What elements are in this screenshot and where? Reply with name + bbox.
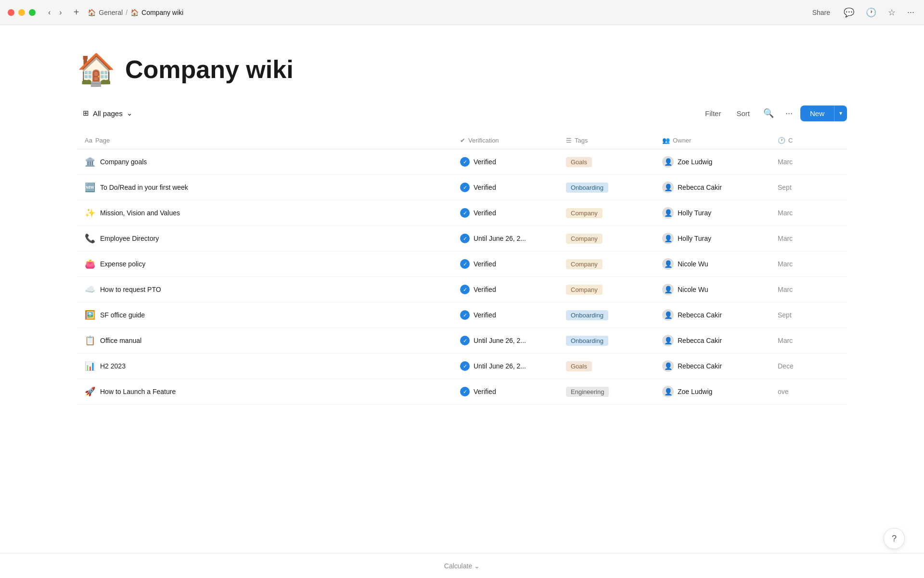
breadcrumb: 🏠 General / 🏠 Company wiki	[88, 9, 183, 16]
page-row-name: Expense policy	[100, 260, 145, 268]
check-icon: ✓	[460, 234, 470, 243]
table-row[interactable]: 🖼️ SF office guide ✓ Verified Onboarding…	[77, 302, 847, 328]
avatar: 👤	[662, 284, 674, 295]
share-button[interactable]: Share	[808, 7, 834, 18]
check-icon: ✓	[460, 336, 470, 345]
tag-badge: Onboarding	[566, 183, 608, 193]
owner-cell: 👤 Zoe Ludwig	[654, 379, 770, 404]
tags-cell: Company	[558, 226, 654, 251]
table: Aa Page ✔ Verification ☰ Tags 👥 Owner 🕐 …	[77, 132, 847, 405]
more-options-button[interactable]: ···	[905, 5, 916, 19]
avatar: 👤	[662, 386, 674, 397]
toolbar: ⊞ All pages ⌄ Filter Sort 🔍 ··· New ▾	[77, 104, 847, 122]
tags-cell: Onboarding	[558, 175, 654, 200]
sort-button[interactable]: Sort	[731, 105, 756, 121]
toolbar-right: Filter Sort 🔍 ··· New ▾	[699, 104, 847, 122]
filter-button[interactable]: Filter	[699, 105, 727, 121]
page-name-cell: 👛 Expense policy	[77, 251, 452, 276]
check-icon: ✓	[460, 361, 470, 371]
check-icon: ✓	[460, 183, 470, 192]
maximize-button[interactable]	[29, 9, 36, 16]
breadcrumb-icon: 🏠	[130, 9, 139, 16]
verification-cell: ✓ Verified	[452, 200, 558, 225]
page-row-name: To Do/Read in your first week	[100, 184, 188, 191]
owner-name: Nicole Wu	[678, 286, 708, 293]
page-name-cell: 📋 Office manual	[77, 328, 452, 353]
check-icon: ✓	[460, 387, 470, 396]
verification-cell: ✓ Verified	[452, 149, 558, 174]
tag-badge: Company	[566, 208, 603, 218]
new-button[interactable]: New	[800, 105, 834, 121]
table-row[interactable]: 📞 Employee Directory ✓ Until June 26, 2.…	[77, 226, 847, 251]
more-options-icon-button[interactable]: ···	[782, 105, 796, 122]
forward-button[interactable]: ›	[56, 6, 64, 19]
new-button-dropdown[interactable]: ▾	[834, 105, 847, 121]
date-cell: Marc	[770, 277, 847, 302]
verification-text: Until June 26, 2...	[474, 362, 526, 370]
add-tab-button[interactable]: +	[71, 5, 82, 20]
owner-cell: 👤 Nicole Wu	[654, 277, 770, 302]
avatar: 👤	[662, 360, 674, 372]
check-icon: ✓	[460, 208, 470, 218]
header-tags: ☰ Tags	[558, 132, 654, 149]
grid-icon: ⊞	[83, 109, 89, 118]
tag-badge: Company	[566, 234, 603, 244]
owner-name: Rebecca Cakir	[678, 311, 722, 319]
owner-name: Holly Turay	[678, 209, 711, 217]
owner-cell: 👤 Rebecca Cakir	[654, 302, 770, 328]
verification-text: Verified	[474, 388, 496, 395]
table-row[interactable]: 📊 H2 2023 ✓ Until June 26, 2... Goals 👤 …	[77, 354, 847, 379]
verification-text: Until June 26, 2...	[474, 337, 526, 344]
search-icon-button[interactable]: 🔍	[759, 104, 778, 122]
minimize-button[interactable]	[18, 9, 25, 16]
page-row-name: Office manual	[100, 337, 141, 344]
main-content: 🏠 Company wiki ⊞ All pages ⌄ Filter Sort…	[0, 25, 924, 405]
back-button[interactable]: ‹	[45, 6, 53, 19]
page-row-name: How to Launch a Feature	[100, 388, 176, 395]
owner-cell: 👤 Holly Turay	[654, 200, 770, 225]
table-row[interactable]: ☁️ How to request PTO ✓ Verified Company…	[77, 277, 847, 302]
header-owner: 👥 Owner	[654, 132, 770, 149]
help-button[interactable]: ?	[884, 528, 905, 549]
table-body: 🏛️ Company goals ✓ Verified Goals 👤 Zoe …	[77, 149, 847, 405]
favorite-icon[interactable]: ☆	[886, 5, 898, 20]
page-row-icon: 👛	[85, 259, 95, 269]
table-row[interactable]: 👛 Expense policy ✓ Verified Company 👤 Ni…	[77, 251, 847, 277]
verification-text: Until June 26, 2...	[474, 235, 526, 242]
all-pages-button[interactable]: ⊞ All pages ⌄	[77, 105, 139, 121]
table-row[interactable]: 📋 Office manual ✓ Until June 26, 2... On…	[77, 328, 847, 354]
breadcrumb-parent[interactable]: General	[99, 9, 123, 16]
page-row-icon: 🖼️	[85, 310, 95, 320]
traffic-lights	[8, 9, 36, 16]
page-name-cell: 📊 H2 2023	[77, 354, 452, 379]
history-icon[interactable]: 🕐	[864, 5, 878, 20]
table-row[interactable]: 🆕 To Do/Read in your first week ✓ Verifi…	[77, 175, 847, 200]
page-row-icon: 🆕	[85, 182, 95, 193]
page-row-icon: ✨	[85, 208, 95, 218]
check-icon: ✓	[460, 310, 470, 320]
owner-cell: 👤 Rebecca Cakir	[654, 175, 770, 200]
table-row[interactable]: 🏛️ Company goals ✓ Verified Goals 👤 Zoe …	[77, 149, 847, 175]
table-row[interactable]: ✨ Mission, Vision and Values ✓ Verified …	[77, 200, 847, 226]
owner-name: Holly Turay	[678, 235, 711, 242]
verification-cell: ✓ Until June 26, 2...	[452, 328, 558, 353]
avatar: 👤	[662, 258, 674, 270]
tag-badge: Goals	[566, 361, 592, 371]
page-name-cell: ✨ Mission, Vision and Values	[77, 200, 452, 225]
avatar: 👤	[662, 207, 674, 219]
page-row-icon: 📊	[85, 361, 95, 371]
comments-icon[interactable]: 💬	[842, 5, 856, 20]
table-row[interactable]: 🚀 How to Launch a Feature ✓ Verified Eng…	[77, 379, 847, 405]
tags-cell: Onboarding	[558, 302, 654, 328]
tag-badge: Company	[566, 259, 603, 269]
verification-cell: ✓ Verified	[452, 251, 558, 276]
verification-cell: ✓ Verified	[452, 302, 558, 328]
page-name-cell: 🏛️ Company goals	[77, 149, 452, 174]
header-verification: ✔ Verification	[452, 132, 558, 149]
page-name-cell: 📞 Employee Directory	[77, 226, 452, 251]
check-icon: ✓	[460, 259, 470, 269]
page-emoji: 🏠	[77, 54, 116, 85]
tags-cell: Company	[558, 251, 654, 276]
close-button[interactable]	[8, 9, 14, 16]
calculate-button[interactable]: Calculate ⌄	[444, 562, 480, 570]
